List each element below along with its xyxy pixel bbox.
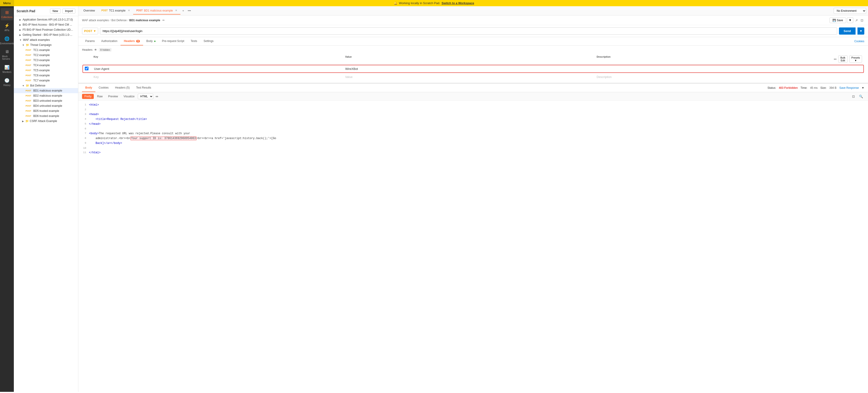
tree-item-tc3[interactable]: POST TC3 example [14, 58, 78, 63]
add-tab-button[interactable]: + [180, 7, 186, 14]
tree-item-bd1[interactable]: POST BD1 malicious example [14, 88, 78, 93]
tree-item-tc4[interactable]: POST TC4 example [14, 63, 78, 68]
tab-overview[interactable]: Overview [80, 7, 98, 15]
code-line-10: 10 [79, 146, 868, 150]
tree-item-label: TC3 example [33, 59, 50, 62]
header-col-actions: ••• Bulk Edit Presets ▼ [848, 55, 862, 63]
menu-button[interactable]: Menu [0, 0, 14, 6]
tree-item-csrf[interactable]: ▶ 📁 CSRF Attack Example [14, 118, 78, 123]
presets-button[interactable]: Presets ▼ [849, 55, 862, 63]
method-select[interactable]: POST ▼ [82, 28, 98, 34]
req-tab-tests[interactable]: Tests [187, 37, 200, 46]
method-badge-post: POST [25, 105, 32, 107]
resp-tab-body[interactable]: Body [82, 84, 95, 92]
edit-icon[interactable]: ✏ [162, 19, 165, 22]
sidebar-item-monitors[interactable]: 📊 Monitors [1, 63, 13, 75]
req-tab-body[interactable]: Body [143, 37, 159, 46]
search-response-button[interactable]: 🔍 [858, 94, 864, 99]
cookies-link[interactable]: Cookies [855, 40, 864, 43]
tree-item-bot-defense[interactable]: ▼ 📁 Bot Defense [14, 83, 78, 88]
close-icon[interactable]: ✕ [128, 9, 130, 12]
fmt-tab-raw[interactable]: Raw [95, 94, 105, 99]
save-button[interactable]: 💾 Save [830, 18, 846, 23]
tree-item-f5-bigip[interactable]: ▶ F5 BIG-IP Next Postman Collection UD..… [14, 27, 78, 32]
send-dropdown-button[interactable]: ▼ [858, 27, 864, 35]
environment-select[interactable]: No Environment [834, 8, 866, 14]
method-badge-post: POST [25, 69, 32, 72]
request-tabs: Params Authorization Headers 9 Body Pre-… [79, 37, 868, 46]
code-line-3: 3 <head> [79, 112, 868, 117]
share-icon-button[interactable]: ↗ [854, 18, 859, 23]
tree-item-tc1[interactable]: POST TC1 example [14, 48, 78, 53]
header-checkbox[interactable] [85, 67, 89, 71]
resp-tab-test-results[interactable]: Test Results [133, 84, 154, 92]
req-tab-pre-request[interactable]: Pre-request Script [159, 37, 188, 46]
tree-item-waf-attack[interactable]: ▼ WAF attack examples [14, 37, 78, 43]
send-button[interactable]: Send [839, 27, 856, 35]
code-line-2: 2 [79, 108, 868, 112]
header-value-cell[interactable]: WireXBot [345, 67, 596, 71]
breadcrumb-current: BD1 malicious example [129, 19, 160, 22]
header-key-cell[interactable]: User-Agent [94, 67, 345, 71]
req-tab-headers[interactable]: Headers 9 [121, 37, 143, 46]
line-num: 11 [82, 150, 89, 155]
copy-response-button[interactable]: ⊡ [851, 94, 856, 99]
url-input[interactable] [100, 27, 837, 35]
sidebar-item-collections[interactable]: ⊞ Collections [1, 8, 13, 20]
header-value-empty[interactable]: Value [345, 75, 597, 79]
body-dot [154, 40, 156, 42]
eye-icon[interactable]: 👁 [94, 48, 97, 51]
tree-item-app-services[interactable]: ▶ Application Services API (v0.13.0-1.27… [14, 17, 78, 22]
code-line-9: 9 Back]</a></body> [79, 141, 868, 146]
req-tab-settings[interactable]: Settings [200, 37, 217, 46]
fmt-tab-pretty[interactable]: Pretty [82, 94, 94, 99]
mock-servers-icon: 🖥 [5, 49, 9, 54]
switch-workspace-link[interactable]: Switch to a Workspace [441, 1, 474, 5]
header-description-empty[interactable]: Description [596, 75, 848, 79]
more-tabs-button[interactable]: ••• [186, 7, 193, 14]
tree-item-tc7[interactable]: POST TC7 example [14, 78, 78, 83]
req-tab-authorization[interactable]: Authorization [98, 37, 121, 46]
sidebar-item-mock-servers[interactable]: 🖥 Mock Servers [1, 48, 13, 62]
format-type-select[interactable]: HTML [138, 94, 153, 99]
header-row-empty: Key Value Description [83, 74, 864, 80]
tree-item-getting-started[interactable]: ▶ Getting Started - BIG-IP Next (v20.1.0… [14, 32, 78, 37]
save-dropdown-button[interactable]: ▼ [847, 17, 853, 23]
tab-tc1[interactable]: POST TC1 example ✕ [98, 7, 133, 15]
tree-item-bd6[interactable]: POST BD6 trusted example [14, 113, 78, 118]
header-checkbox-cell[interactable] [85, 67, 94, 71]
resp-tab-headers[interactable]: Headers (5) [112, 84, 133, 92]
tree-item-tc6[interactable]: POST TC6 example [14, 73, 78, 78]
save-response-dropdown-icon[interactable]: ▼ [862, 86, 864, 89]
close-icon[interactable]: ✕ [175, 9, 177, 12]
import-button[interactable]: Import [62, 8, 75, 13]
tree-item-tc2[interactable]: POST TC2 example [14, 53, 78, 58]
sidebar-item-apis[interactable]: ⚡ APIs [1, 21, 13, 33]
wrap-icon-button[interactable]: ⇔ [154, 94, 160, 99]
tree-item-label: WAF attack examples [23, 38, 50, 41]
chevron-down-icon: ▼ [22, 84, 24, 87]
header-key-empty[interactable]: Key [94, 75, 345, 79]
sidebar-item-environments[interactable]: 🌐 Environments [1, 34, 13, 47]
method-badge-post: POST [25, 79, 32, 82]
line-num: 4 [82, 117, 89, 121]
fmt-tab-preview[interactable]: Preview [106, 94, 120, 99]
tab-bd1[interactable]: POST BD1 malicious example ✕ [133, 7, 181, 15]
tree-item-bd5[interactable]: POST BD5 trusted example [14, 108, 78, 113]
save-response-button[interactable]: Save Response [839, 86, 859, 89]
fmt-tab-visualize[interactable]: Visualize [121, 94, 137, 99]
new-button[interactable]: New [50, 8, 61, 13]
resp-tab-cookies[interactable]: Cookies [95, 84, 112, 92]
tree-item-bigip-next-access[interactable]: ▶ BIG-IP Next Access - BIG-IP Next CM ..… [14, 22, 78, 27]
copy-icon-button[interactable]: ⊡ [860, 18, 864, 23]
tree-item-bd2[interactable]: POST BD2 malicious example [14, 93, 78, 98]
tree-item-threat-campaign[interactable]: ▼ 📁 Threat Campaign [14, 43, 78, 48]
req-tab-params[interactable]: Params [82, 37, 98, 46]
sidebar-item-history[interactable]: 🕐 History [1, 76, 13, 88]
tree-item-bd3[interactable]: POST BD3 untrusted example [14, 98, 78, 103]
tree-item-tc5[interactable]: POST TC5 example [14, 68, 78, 73]
bulk-edit-button[interactable]: Bulk Edit [838, 55, 847, 63]
tree-item-bd4[interactable]: POST BD4 untrusted example [14, 103, 78, 108]
more-options-icon[interactable]: ••• [834, 58, 837, 60]
header-col-description: Description [596, 55, 848, 63]
